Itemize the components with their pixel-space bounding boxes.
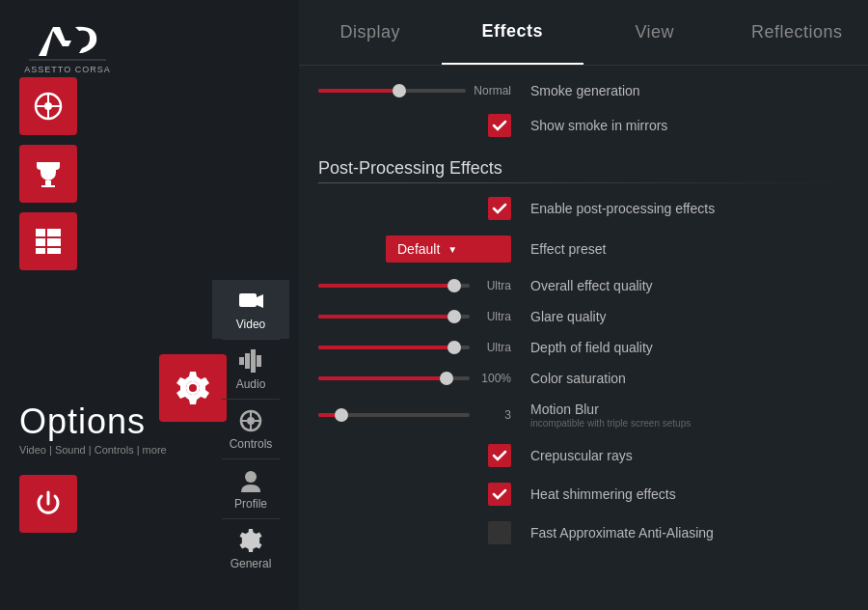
fxaa-row: Fast Approximate Anti-Aliasing xyxy=(318,513,849,552)
effect-preset-label: Effect preset xyxy=(530,241,849,257)
smoke-generation-row: Normal Smoke generation xyxy=(318,75,849,106)
svg-rect-17 xyxy=(47,248,61,254)
glare-quality-track[interactable] xyxy=(318,315,470,319)
smoke-generation-slider-group: Normal xyxy=(318,84,511,97)
svg-marker-19 xyxy=(257,294,263,308)
color-saturation-slider-group: 100% xyxy=(318,372,511,385)
enable-pp-checkbox[interactable] xyxy=(488,197,511,220)
svg-rect-10 xyxy=(45,180,51,185)
motion-blur-note: incompatible with triple screen setups xyxy=(530,418,849,429)
general-settings-icon xyxy=(237,527,264,554)
overall-quality-row: Ultra Overall effect quality xyxy=(318,270,849,301)
post-processing-divider xyxy=(318,182,849,183)
dof-quality-value: Ultra xyxy=(477,341,511,354)
color-saturation-track[interactable] xyxy=(318,376,470,380)
overall-quality-value: Ultra xyxy=(477,279,511,292)
glare-quality-slider-group: Ultra xyxy=(318,310,511,323)
svg-rect-21 xyxy=(245,353,250,369)
logo: ASSETTO CORSA xyxy=(19,17,116,75)
icon-buttons xyxy=(19,77,77,270)
checkmark-icon xyxy=(492,118,507,133)
svg-rect-22 xyxy=(251,349,256,373)
heat-shimmering-checkbox-group xyxy=(318,483,511,506)
sidebar: ASSETTO CORSA xyxy=(0,0,231,610)
effect-preset-row: Default ▼ Effect preset xyxy=(318,228,849,270)
heat-shimmering-row: Heat shimmering effects xyxy=(318,475,849,513)
svg-rect-18 xyxy=(239,293,257,307)
gear-icon xyxy=(174,369,212,407)
fxaa-label: Fast Approximate Anti-Aliasing xyxy=(530,525,849,541)
enable-pp-row: Enable post-processing effects xyxy=(318,189,849,228)
steering-wheel-button[interactable] xyxy=(19,77,77,135)
nav-item-audio[interactable]: Audio xyxy=(212,340,289,399)
motion-blur-track[interactable] xyxy=(318,413,470,417)
overall-quality-label: Overall effect quality xyxy=(530,278,849,293)
crepuscular-rays-checkbox[interactable] xyxy=(488,444,511,467)
nav-item-profile[interactable]: Profile xyxy=(212,459,289,518)
tab-display[interactable]: Display xyxy=(299,0,442,65)
trophy-button[interactable] xyxy=(19,145,77,203)
controls-icon xyxy=(237,407,264,434)
svg-point-30 xyxy=(245,471,257,483)
trophy-icon xyxy=(33,158,64,189)
fxaa-checkbox[interactable] xyxy=(488,521,511,544)
post-processing-header: Post-Processing Effects xyxy=(318,158,849,179)
audio-icon xyxy=(237,347,264,374)
dof-quality-row: Ultra Depth of field quality xyxy=(318,332,849,363)
show-smoke-checkbox-group xyxy=(318,114,511,137)
overall-quality-slider-group: Ultra xyxy=(318,279,511,292)
dof-quality-label: Depth of field quality xyxy=(530,340,849,355)
svg-rect-16 xyxy=(36,248,45,254)
profile-icon xyxy=(237,467,264,494)
dof-quality-track[interactable] xyxy=(318,346,470,349)
svg-rect-11 xyxy=(41,185,55,187)
svg-rect-13 xyxy=(47,229,61,236)
logo-area: ASSETTO CORSA xyxy=(0,0,231,85)
dropdown-arrow-icon: ▼ xyxy=(448,244,457,255)
ac-logo-icon xyxy=(29,19,106,63)
tab-view[interactable]: View xyxy=(583,0,726,65)
smoke-generation-value: Normal xyxy=(474,84,511,97)
svg-rect-14 xyxy=(36,238,45,246)
checkmark-icon xyxy=(492,201,507,216)
options-subtitle: Video | Sound | Controls | more xyxy=(19,444,167,456)
power-icon xyxy=(34,489,63,518)
options-title: Options xyxy=(19,402,167,442)
svg-rect-12 xyxy=(36,229,45,236)
tab-reflections[interactable]: Reflections xyxy=(726,0,869,65)
crepuscular-rays-label: Crepuscular rays xyxy=(530,448,849,463)
heat-shimmering-label: Heat shimmering effects xyxy=(530,486,849,502)
show-smoke-checkbox[interactable] xyxy=(488,114,511,137)
dof-quality-slider-group: Ultra xyxy=(318,341,511,354)
show-smoke-label: Show smoke in mirrors xyxy=(530,118,849,133)
glare-quality-label: Glare quality xyxy=(530,309,849,324)
tab-bar: Display Effects View Reflections xyxy=(299,0,868,66)
grid-icon xyxy=(33,226,64,257)
overall-quality-track[interactable] xyxy=(318,284,470,288)
smoke-generation-track[interactable] xyxy=(318,89,466,93)
motion-blur-slider-group: 3 xyxy=(318,408,511,422)
grid-button[interactable] xyxy=(19,212,77,270)
tab-effects[interactable]: Effects xyxy=(442,0,584,65)
motion-blur-label: Motion Blur incompatible with triple scr… xyxy=(530,402,849,429)
color-saturation-row: 100% Color saturation xyxy=(318,363,849,394)
color-saturation-label: Color saturation xyxy=(530,371,849,386)
heat-shimmering-checkbox[interactable] xyxy=(488,483,511,506)
logo-text: ASSETTO CORSA xyxy=(24,65,110,74)
crepuscular-rays-row: Crepuscular rays xyxy=(318,436,849,475)
nav-item-general[interactable]: General xyxy=(212,519,289,578)
nav-item-controls[interactable]: Controls xyxy=(212,400,289,458)
svg-rect-20 xyxy=(239,357,244,365)
color-saturation-value: 100% xyxy=(477,372,511,385)
svg-rect-15 xyxy=(47,238,61,246)
nav-item-video[interactable]: Video xyxy=(212,280,289,339)
steering-wheel-icon xyxy=(33,91,64,122)
video-icon xyxy=(237,288,264,315)
show-smoke-row: Show smoke in mirrors xyxy=(318,106,849,145)
svg-point-5 xyxy=(44,102,52,110)
main-content: Display Effects View Reflections Normal … xyxy=(299,0,868,610)
checkmark-icon xyxy=(492,486,507,502)
content-area: Normal Smoke generation Show smoke in mi… xyxy=(299,66,868,610)
effect-preset-dropdown[interactable]: Default ▼ xyxy=(386,236,511,263)
power-button[interactable] xyxy=(19,475,77,533)
